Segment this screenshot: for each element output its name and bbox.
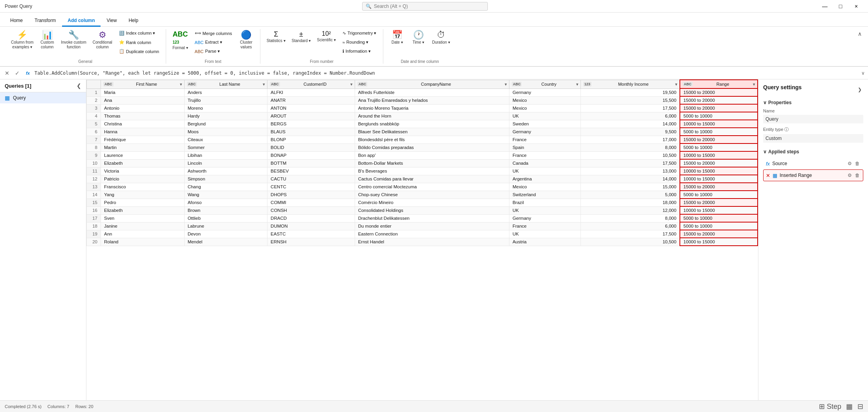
- cell-country: Mexico: [509, 104, 580, 112]
- merge-columns-button[interactable]: ⟺ Merge columns: [192, 29, 235, 37]
- cluster-values-button[interactable]: 🔵 Clustervalues: [236, 29, 256, 51]
- range-label: Range: [694, 82, 751, 86]
- tab-add-column[interactable]: Add column: [62, 15, 100, 27]
- cell-monthlyincome: 5,000: [580, 191, 680, 199]
- collapse-ribbon-button[interactable]: ∧: [858, 31, 862, 37]
- income-filter-icon[interactable]: ▾: [675, 82, 677, 86]
- standard-button[interactable]: ± Standard ▾: [289, 29, 313, 45]
- lastname-filter-icon[interactable]: ▾: [263, 82, 265, 86]
- parse-button[interactable]: ABC Parse ▾: [192, 47, 235, 55]
- date-button[interactable]: 📅 Date ▾: [387, 29, 407, 46]
- rank-column-button[interactable]: ⭐ Rank column: [116, 38, 162, 46]
- rank-icon: ⭐: [119, 40, 125, 45]
- conditional-column-button[interactable]: ⚙ Conditionalcolumn: [90, 29, 115, 51]
- col-header-customerid[interactable]: ABC CustomerID ▾: [267, 80, 355, 88]
- row-number: 7: [87, 136, 101, 143]
- country-filter-icon[interactable]: ▾: [576, 82, 578, 86]
- formula-expand-button[interactable]: ∨: [861, 70, 865, 76]
- step-inserted-range[interactable]: ✕ ▦ Inserted Range ⚙ 🗑: [763, 169, 863, 181]
- row-number: 12: [87, 175, 101, 183]
- time-icon: 🕐: [413, 31, 424, 39]
- search-box[interactable]: 🔍: [362, 2, 488, 11]
- tab-help[interactable]: Help: [123, 15, 144, 27]
- statistics-button[interactable]: Σ Statistics ▾: [264, 29, 288, 45]
- range-type: ABC: [683, 82, 693, 86]
- sidebar-collapse-button[interactable]: ❮: [77, 83, 81, 89]
- cell-customerid: BOTTM: [267, 159, 355, 167]
- step-source-settings-button[interactable]: ⚙: [847, 160, 853, 167]
- companyname-filter-icon[interactable]: ▾: [505, 82, 507, 86]
- time-button[interactable]: 🕐 Time ▾: [408, 29, 428, 46]
- col-header-firstname[interactable]: ABC First Name ▾: [101, 80, 185, 88]
- firstname-filter-icon[interactable]: ▾: [180, 82, 182, 86]
- name-value: Query: [763, 115, 863, 123]
- cell-range: 10000 to 15000: [680, 206, 758, 214]
- info-icon: ℹ: [342, 49, 344, 54]
- sidebar-item-query[interactable]: ▦ Query: [0, 92, 86, 103]
- close-button[interactable]: ×: [849, 1, 863, 11]
- col-header-range[interactable]: ABC Range ▾: [680, 80, 758, 88]
- cell-country: France: [509, 222, 580, 230]
- cell-range: 5000 to 10000: [680, 112, 758, 120]
- col-header-lastname[interactable]: ABC Last Name ▾: [184, 80, 267, 88]
- invoke-custom-function-button[interactable]: 🔧 Invoke customfunction: [59, 29, 88, 51]
- cell-range: 10000 to 15000: [680, 238, 758, 246]
- step-range-delete-icon: ✕: [766, 173, 770, 178]
- customerid-filter-icon[interactable]: ▾: [350, 82, 352, 86]
- row-num-header: [87, 80, 101, 88]
- cell-companyname: Alfreds Futterkiste: [355, 88, 509, 96]
- trigonometry-button[interactable]: ∿ Trigonometry ▾: [340, 29, 379, 37]
- ribbon: ⚡ Column fromexamples ▾ 📊 Customcolumn 🔧…: [0, 27, 868, 67]
- cell-firstname: Martin: [101, 143, 185, 151]
- step-range-delete-button[interactable]: 🗑: [854, 172, 861, 179]
- cell-country: Sweden: [509, 120, 580, 128]
- table-row: 8MartinSommerBOLIDBólido Comidas prepara…: [87, 143, 758, 151]
- custom-column-button[interactable]: 📊 Customcolumn: [37, 29, 57, 51]
- extract-button[interactable]: ABC Extract ▾: [192, 38, 235, 46]
- cell-companyname: Bon app': [355, 151, 509, 159]
- parse-icon: ABC: [195, 49, 204, 54]
- cell-country: Mexico: [509, 96, 580, 104]
- data-area[interactable]: ABC First Name ▾ ABC Last Name ▾: [86, 79, 758, 400]
- minimize-button[interactable]: —: [818, 1, 832, 11]
- table-view-button[interactable]: ⊟: [857, 402, 863, 411]
- misc-col: 🔢 Index column ▾ ⭐ Rank column 📋 Duplica…: [116, 29, 162, 55]
- trig-icon: ∿: [342, 31, 346, 36]
- search-input[interactable]: [374, 4, 476, 9]
- col-header-country[interactable]: ABC Country ▾: [509, 80, 580, 88]
- cell-country: France: [509, 151, 580, 159]
- applied-steps-title: ∨ Applied steps: [763, 149, 863, 154]
- information-button[interactable]: ℹ Information ▾: [340, 47, 379, 55]
- tab-transform[interactable]: Transform: [29, 15, 61, 27]
- range-filter-icon[interactable]: ▾: [753, 82, 755, 86]
- col-header-companyname[interactable]: ABC CompanyName ▾: [355, 80, 509, 88]
- grid-view-button[interactable]: ▦: [846, 402, 853, 411]
- format-button[interactable]: ABC123 Format ▾: [170, 29, 190, 52]
- scientific-button[interactable]: 10² Scientific ▾: [315, 29, 338, 44]
- rounding-button[interactable]: ≈ Rounding ▾: [340, 38, 379, 46]
- table-row: 9LaurenceLibihanBONAPBon app'France10,50…: [87, 151, 758, 159]
- step-button[interactable]: ⊞ Step: [819, 402, 841, 411]
- cell-monthlyincome: 6,000: [580, 112, 680, 120]
- tab-view[interactable]: View: [101, 15, 123, 27]
- formula-confirm-button[interactable]: ✓: [13, 69, 21, 77]
- panel-expand-button[interactable]: ❯: [856, 86, 863, 93]
- cell-country: UK: [509, 112, 580, 120]
- formula-cancel-button[interactable]: ✕: [3, 69, 11, 77]
- cell-country: Germany: [509, 128, 580, 136]
- cell-range: 15000 to 20000: [680, 104, 758, 112]
- number-col: ∿ Trigonometry ▾ ≈ Rounding ▾ ℹ Informat…: [340, 29, 379, 55]
- statistics-label: Statistics ▾: [267, 39, 286, 43]
- col-header-monthlyincome[interactable]: 123 Monthly Income ▾: [580, 80, 680, 88]
- step-source-delete-button[interactable]: 🗑: [854, 160, 861, 167]
- column-from-examples-button[interactable]: ⚡ Column fromexamples ▾: [9, 29, 36, 51]
- tab-home[interactable]: Home: [5, 15, 28, 27]
- table-row: 16ElizabethBrownCONSHConsolidated Holdin…: [87, 206, 758, 214]
- index-column-button[interactable]: 🔢 Index column ▾: [116, 29, 162, 37]
- step-range-settings-button[interactable]: ⚙: [847, 172, 853, 179]
- maximize-button[interactable]: □: [833, 1, 848, 11]
- cell-monthlyincome: 14,000: [580, 120, 680, 128]
- step-source[interactable]: fx Source ⚙ 🗑: [763, 158, 863, 169]
- duration-button[interactable]: ⏱ Duration ▾: [430, 29, 452, 46]
- duplicate-column-button[interactable]: 📋 Duplicate column: [116, 47, 162, 55]
